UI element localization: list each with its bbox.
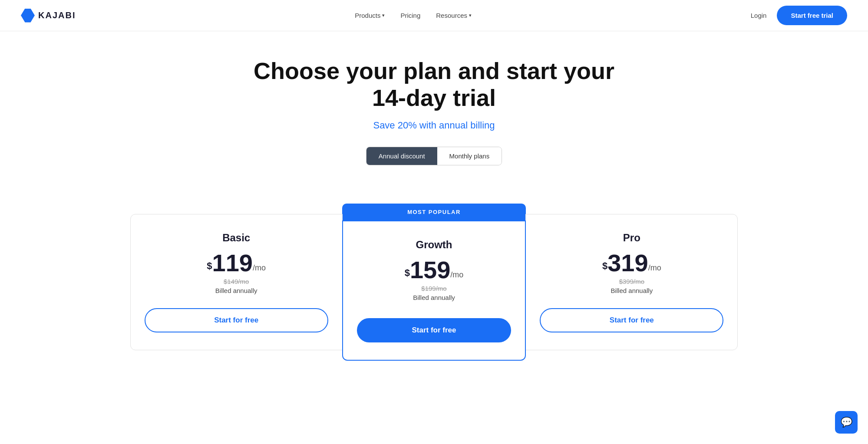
basic-plan-name: Basic xyxy=(145,232,328,244)
growth-plan-card: Growth $ 159 /mo $199/mo Billed annually… xyxy=(342,220,526,361)
pro-dollar-sign: $ xyxy=(602,260,607,272)
pricing-section: Basic $ 119 /mo $149/mo Billed annually … xyxy=(0,204,868,395)
nav-cta-group: Login Start free trial xyxy=(751,6,847,25)
pro-billing-note: Billed annually xyxy=(540,287,723,294)
nav-pricing[interactable]: Pricing xyxy=(400,12,420,19)
hero-subtitle: Save 20% with annual billing xyxy=(10,120,858,131)
basic-plan-card: Basic $ 119 /mo $149/mo Billed annually … xyxy=(130,214,343,350)
pro-price-row: $ 319 /mo xyxy=(540,251,723,275)
monthly-plans-toggle[interactable]: Monthly plans xyxy=(437,147,502,165)
pro-start-free-button[interactable]: Start for free xyxy=(540,308,723,332)
pro-price-unit: /mo xyxy=(648,263,661,273)
nav-products[interactable]: Products ▾ xyxy=(355,12,385,19)
hero-title: Choose your plan and start your 14-day t… xyxy=(248,57,621,111)
pro-original-price: $399/mo xyxy=(540,278,723,285)
growth-dollar-sign: $ xyxy=(405,267,410,279)
nav-resources[interactable]: Resources ▾ xyxy=(436,12,472,19)
basic-price-unit: /mo xyxy=(253,263,266,273)
annual-discount-toggle[interactable]: Annual discount xyxy=(366,147,437,165)
basic-original-price: $149/mo xyxy=(145,278,328,285)
basic-billing-note: Billed annually xyxy=(145,287,328,294)
chevron-down-icon-resources: ▾ xyxy=(469,13,472,18)
growth-plan-name: Growth xyxy=(357,239,511,251)
pro-plan-name: Pro xyxy=(540,232,723,244)
pro-plan-card: Pro $ 319 /mo $399/mo Billed annually St… xyxy=(525,214,738,350)
cards-wrapper: Basic $ 119 /mo $149/mo Billed annually … xyxy=(130,204,738,361)
growth-billing-note: Billed annually xyxy=(357,294,511,301)
toggle-group: Annual discount Monthly plans xyxy=(366,147,502,165)
hero-section: Choose your plan and start your 14-day t… xyxy=(0,31,868,204)
growth-price-unit: /mo xyxy=(450,270,463,280)
growth-price-amount: 159 xyxy=(410,258,450,282)
billing-toggle: Annual discount Monthly plans xyxy=(10,147,858,165)
login-link[interactable]: Login xyxy=(751,12,767,19)
most-popular-badge: MOST POPULAR xyxy=(342,204,526,220)
logo-text: KAJABI xyxy=(38,10,76,20)
logo-icon xyxy=(21,9,35,23)
growth-price-row: $ 159 /mo xyxy=(357,258,511,282)
nav-links: Products ▾ Pricing Resources ▾ xyxy=(355,12,472,19)
chevron-down-icon: ▾ xyxy=(382,13,385,18)
growth-start-free-button[interactable]: Start for free xyxy=(357,318,511,342)
growth-original-price: $199/mo xyxy=(357,285,511,292)
navbar: KAJABI Products ▾ Pricing Resources ▾ Lo… xyxy=(0,0,868,31)
basic-price-row: $ 119 /mo xyxy=(145,251,328,275)
logo[interactable]: KAJABI xyxy=(21,9,76,23)
pro-price-amount: 319 xyxy=(607,251,648,275)
basic-start-free-button[interactable]: Start for free xyxy=(145,308,328,332)
start-free-trial-button[interactable]: Start free trial xyxy=(777,6,847,25)
basic-dollar-sign: $ xyxy=(207,260,212,272)
basic-price-amount: 119 xyxy=(212,251,253,275)
